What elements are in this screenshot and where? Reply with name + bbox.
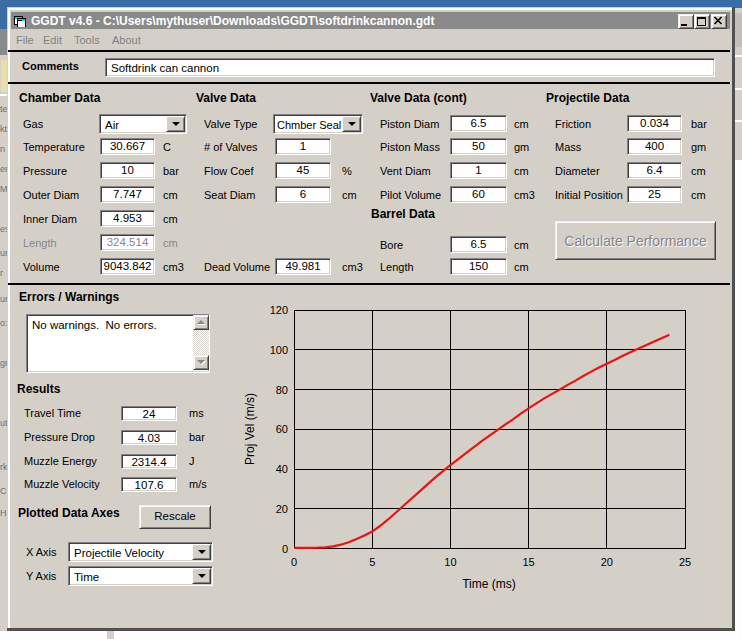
svg-text:Proj Vel (m/s): Proj Vel (m/s)	[243, 393, 257, 465]
svg-text:0: 0	[291, 556, 297, 568]
svg-text:80: 80	[276, 384, 288, 396]
svg-text:20: 20	[276, 503, 288, 515]
svg-text:100: 100	[270, 344, 288, 356]
svg-text:15: 15	[522, 556, 534, 568]
svg-text:5: 5	[369, 556, 375, 568]
svg-text:60: 60	[276, 423, 288, 435]
svg-text:120: 120	[270, 304, 288, 316]
svg-text:20: 20	[601, 556, 613, 568]
svg-text:Time (ms): Time (ms)	[462, 577, 516, 591]
svg-text:25: 25	[679, 556, 691, 568]
svg-text:40: 40	[276, 463, 288, 475]
svg-text:10: 10	[444, 556, 456, 568]
svg-text:0: 0	[282, 543, 288, 555]
